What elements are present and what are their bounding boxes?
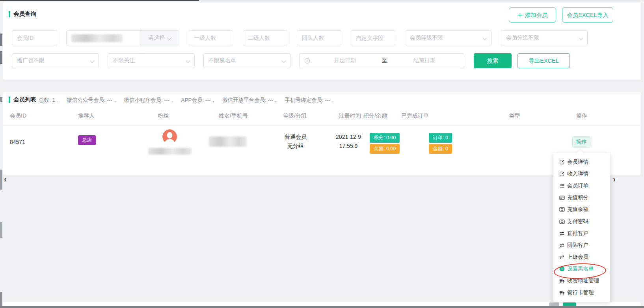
date-range-separator: 至 xyxy=(380,57,390,64)
menu-item-label: 上级会员 xyxy=(567,254,588,261)
menu-item-label: 支付密码 xyxy=(567,218,588,225)
balance-badge: 余额: 0.00 xyxy=(370,144,400,154)
export-excel-button[interactable]: 导出EXCEL xyxy=(517,53,570,68)
amount-badge: 金额: 0 xyxy=(429,144,452,154)
menu-item-label: 收货地址管理 xyxy=(567,277,599,284)
level1-count-input[interactable] xyxy=(189,30,233,45)
start-date-placeholder[interactable]: 开始日期 xyxy=(310,57,380,64)
excel-import-button[interactable]: 会员EXCEL导入 xyxy=(562,7,613,22)
stat-wechat-miniprogram: 微信小程序会员: ---， xyxy=(124,97,175,104)
menu-item-member-orders[interactable]: 会员订单 xyxy=(553,180,610,192)
member-stats-row: 总数: 1， 微信公众号会员: ---， 微信小程序会员: ---， APP会员… xyxy=(39,97,336,104)
excel-import-button-label: 会员EXCEL导入 xyxy=(567,11,609,19)
keyword-type-select[interactable]: 请选择 xyxy=(140,31,179,45)
row-action-button[interactable]: 操作 xyxy=(572,136,590,147)
redacted-name-phone xyxy=(209,136,247,147)
sidebar-cutoff-fragment xyxy=(0,34,2,46)
list-card-title: 会员列表 xyxy=(9,96,36,103)
chevron-down-icon xyxy=(186,59,190,63)
truck-icon xyxy=(559,278,565,284)
member-level-select[interactable]: 会员等级不限 xyxy=(405,30,491,45)
redacted-fan-name xyxy=(148,148,192,155)
menu-item-label: 会员详情 xyxy=(567,159,588,166)
horizontal-scrollbar[interactable] xyxy=(0,306,644,308)
keyword-type-select-text: 请选择 xyxy=(148,34,165,41)
menu-item-recharge-balance[interactable]: 充值余额 xyxy=(553,203,610,215)
col-header-member-id: 会员ID xyxy=(10,112,26,119)
menu-item-recharge-points[interactable]: 充值积分 xyxy=(553,192,610,203)
menu-item-bank-card[interactable]: 银行卡管理 xyxy=(553,287,610,299)
orders-badge: 订单: 0 xyxy=(429,133,452,143)
promoter-select-text: 推广员不限 xyxy=(17,57,45,64)
col-header-reg-time: 注册时间 xyxy=(339,112,361,119)
query-card-title: 会员查询 xyxy=(9,10,36,18)
menu-item-direct-customers[interactable]: 直推客户 xyxy=(553,228,610,239)
menu-item-member-detail[interactable]: 会员详情 xyxy=(553,156,610,168)
col-header-points: 积分/余额 xyxy=(363,112,387,119)
keyword-input[interactable] xyxy=(67,31,140,45)
stat-wechat-open-platform: 微信开放平台会员: ---， xyxy=(222,97,279,104)
window-top-dark-line xyxy=(0,0,199,1)
sidebar-cutoff-fragment xyxy=(0,170,2,190)
level-group-cell: 普通会员 无分组 xyxy=(272,133,319,151)
menu-item-set-blacklist[interactable]: 设置黑名单 xyxy=(553,263,610,275)
blacklist-filter-select[interactable]: 不限黑名单 xyxy=(203,53,290,68)
register-date: 2021-12-9 xyxy=(328,133,369,142)
member-level-select-text: 会员等级不限 xyxy=(410,34,443,41)
swap-icon xyxy=(559,254,565,260)
member-id-input[interactable] xyxy=(12,30,57,45)
menu-item-label: 直推客户 xyxy=(567,230,588,237)
row-action-button-label: 操作 xyxy=(576,138,587,146)
stat-total: 总数: 1， xyxy=(39,97,61,104)
stat-app: APP会员: ---， xyxy=(181,97,216,104)
custom-field-input[interactable] xyxy=(351,30,395,45)
menu-item-label: 团队客户 xyxy=(567,242,588,249)
stat-phone-bound: 手机号绑定会员: ---， xyxy=(285,97,336,104)
level2-count-input[interactable] xyxy=(243,30,287,45)
menu-item-label: 银行卡管理 xyxy=(567,289,594,296)
menu-item-label: 会员订单 xyxy=(567,182,588,189)
register-time-cell: 2021-12-9 17:55:9 xyxy=(328,133,369,151)
member-query-card: 会员查询 添加会员 会员EXCEL导入 请选择 会员等级不限 会员分组不限 推广… xyxy=(3,2,641,80)
member-group-select[interactable]: 会员分组不限 xyxy=(501,30,588,45)
menu-item-upline-member[interactable]: 上级会员 xyxy=(553,251,610,263)
promoter-select[interactable]: 推广员不限 xyxy=(12,53,99,68)
register-date-range-picker[interactable]: 开始日期 至 结束日期 xyxy=(299,53,464,68)
scroll-right-arrow[interactable]: › xyxy=(613,176,616,182)
follow-status-select[interactable]: 不限关注 xyxy=(108,53,195,68)
chevron-down-icon xyxy=(168,36,171,40)
sidebar-cutoff-fragment xyxy=(0,51,2,64)
add-member-button[interactable]: 添加会员 xyxy=(509,7,556,22)
edit-icon xyxy=(559,171,565,177)
query-card-title-text: 会员查询 xyxy=(13,10,36,18)
search-button[interactable]: 搜索 xyxy=(474,53,512,68)
end-date-placeholder[interactable]: 结束日期 xyxy=(390,57,459,64)
list-icon xyxy=(559,183,565,189)
col-header-fans: 粉丝 xyxy=(158,112,169,119)
team-count-input[interactable] xyxy=(297,30,341,45)
menu-item-label: 设置黑名单 xyxy=(567,265,594,273)
menu-item-shipping-address[interactable]: 收货地址管理 xyxy=(553,275,610,287)
menu-item-label: 充值余额 xyxy=(567,206,588,213)
points-badge: 积分: 0.00 xyxy=(370,133,400,143)
member-level: 普通会员 xyxy=(272,133,319,142)
table-row: 84571 总店 普通会员 无分组 2021-12-9 17:55:9 积分: … xyxy=(3,125,641,158)
scroll-left-arrow[interactable]: ‹ xyxy=(4,176,7,182)
menu-item-team-customers[interactable]: 团队客户 xyxy=(553,239,610,251)
minus-circle-icon xyxy=(559,266,565,272)
menu-item-payment-password[interactable]: 支付密码 xyxy=(553,215,610,227)
col-header-type: 类型 xyxy=(509,112,520,119)
coin-icon xyxy=(559,219,565,224)
title-accent-bar xyxy=(9,11,10,17)
row-action-menu: 会员详情 收入详情 会员订单 充值积分 充值余额 支付密码 直推客户 团队客户 … xyxy=(553,153,610,302)
chevron-down-icon xyxy=(579,36,583,40)
coin-icon xyxy=(559,207,565,212)
swap-icon xyxy=(559,243,565,248)
swap-icon xyxy=(559,231,565,236)
chevron-down-icon xyxy=(483,36,486,40)
keyword-combo-field: 请选择 xyxy=(66,30,179,45)
menu-item-income-detail[interactable]: 收入详情 xyxy=(553,168,610,180)
register-time: 17:55:9 xyxy=(328,142,369,151)
edit-icon xyxy=(559,159,565,165)
blacklist-filter-select-text: 不限黑名单 xyxy=(208,57,236,64)
